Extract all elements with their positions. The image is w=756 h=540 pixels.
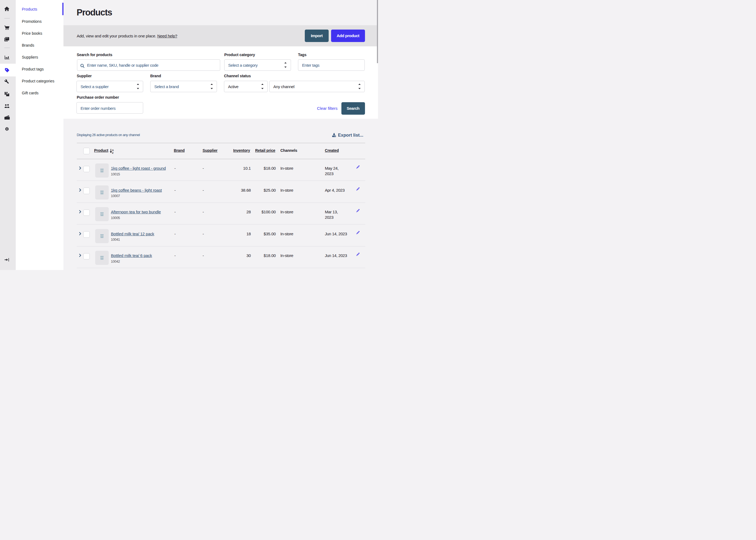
svg-text:Z: Z: [112, 151, 114, 153]
